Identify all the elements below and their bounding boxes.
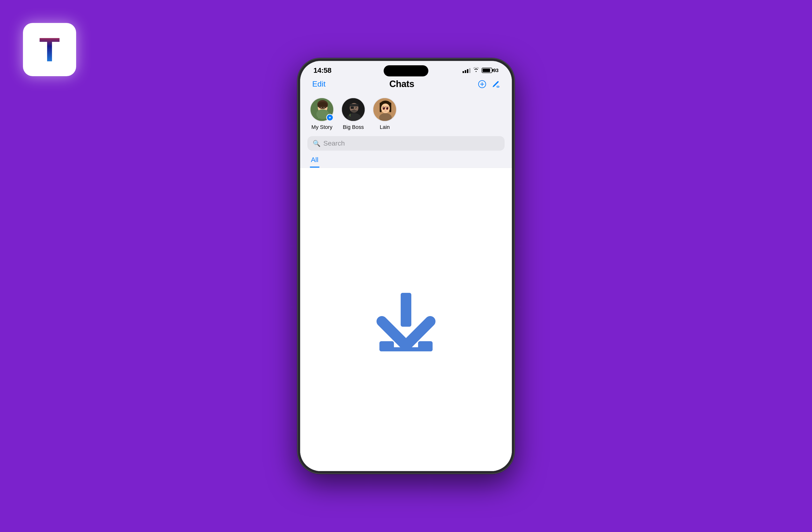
signal-bar-4 bbox=[469, 68, 470, 73]
tab-all[interactable]: All bbox=[310, 156, 319, 168]
edit-button[interactable]: Edit bbox=[312, 80, 325, 88]
svg-point-7 bbox=[321, 107, 322, 108]
phone-body: 14:58 bbox=[297, 58, 515, 474]
svg-point-29 bbox=[383, 108, 384, 108]
chats-title: Chats bbox=[389, 79, 414, 89]
nav-action-icons bbox=[478, 80, 500, 88]
search-icon: 🔍 bbox=[313, 140, 320, 147]
lain-label: Lain bbox=[380, 124, 390, 130]
battery-fill bbox=[483, 69, 490, 72]
story-lain[interactable]: Lain bbox=[373, 97, 397, 130]
battery-text: 93 bbox=[493, 68, 498, 73]
compose-icon[interactable] bbox=[492, 80, 500, 88]
search-section: 🔍 Search bbox=[300, 136, 512, 155]
my-story-label: My Story bbox=[311, 124, 333, 130]
battery-container: 93 bbox=[482, 68, 498, 73]
my-story-plus-badge: + bbox=[326, 114, 334, 121]
svg-point-31 bbox=[379, 113, 392, 122]
status-bar: 14:58 bbox=[300, 61, 512, 76]
svg-point-15 bbox=[355, 107, 357, 108]
svg-point-17 bbox=[353, 109, 355, 110]
add-icon[interactable] bbox=[478, 80, 486, 88]
app-icon-letter: T bbox=[39, 33, 60, 67]
svg-point-19 bbox=[347, 113, 361, 122]
signal-bar-2 bbox=[465, 70, 466, 73]
svg-point-24 bbox=[381, 103, 390, 113]
svg-rect-13 bbox=[350, 104, 358, 107]
phone-wrapper: 14:58 bbox=[290, 53, 522, 479]
status-icons: 93 bbox=[463, 67, 498, 73]
svg-point-16 bbox=[355, 107, 356, 108]
filter-tabs: All bbox=[300, 155, 512, 168]
svg-rect-32 bbox=[401, 293, 411, 327]
svg-rect-10 bbox=[318, 113, 328, 118]
tab-all-label: All bbox=[311, 156, 318, 165]
stories-section: + My Story bbox=[300, 93, 512, 136]
tab-all-indicator bbox=[310, 167, 319, 168]
svg-point-30 bbox=[387, 108, 387, 108]
dynamic-island bbox=[384, 65, 429, 76]
battery-box bbox=[482, 68, 492, 73]
big-boss-avatar bbox=[341, 97, 365, 122]
story-my-story[interactable]: + My Story bbox=[310, 97, 334, 130]
signal-bars bbox=[463, 68, 470, 73]
lain-avatar bbox=[373, 97, 397, 122]
svg-rect-35 bbox=[379, 347, 433, 351]
wifi-icon bbox=[473, 67, 479, 73]
svg-rect-1 bbox=[497, 86, 499, 87]
nav-bar: Edit Chats bbox=[300, 76, 512, 93]
app-icon: T bbox=[23, 23, 76, 76]
phone-screen: 14:58 bbox=[300, 61, 512, 471]
svg-point-8 bbox=[324, 107, 324, 108]
story-big-boss[interactable]: Big Boss bbox=[341, 97, 365, 130]
svg-point-18 bbox=[351, 110, 358, 113]
content-area bbox=[300, 168, 512, 471]
big-boss-label: Big Boss bbox=[343, 124, 364, 130]
download-icon bbox=[372, 285, 440, 353]
status-time: 14:58 bbox=[314, 66, 331, 74]
search-bar[interactable]: 🔍 Search bbox=[307, 136, 505, 151]
signal-bar-1 bbox=[463, 71, 464, 73]
search-placeholder: Search bbox=[323, 140, 345, 147]
stories-row: + My Story bbox=[300, 97, 512, 130]
signal-bar-3 bbox=[467, 69, 468, 73]
